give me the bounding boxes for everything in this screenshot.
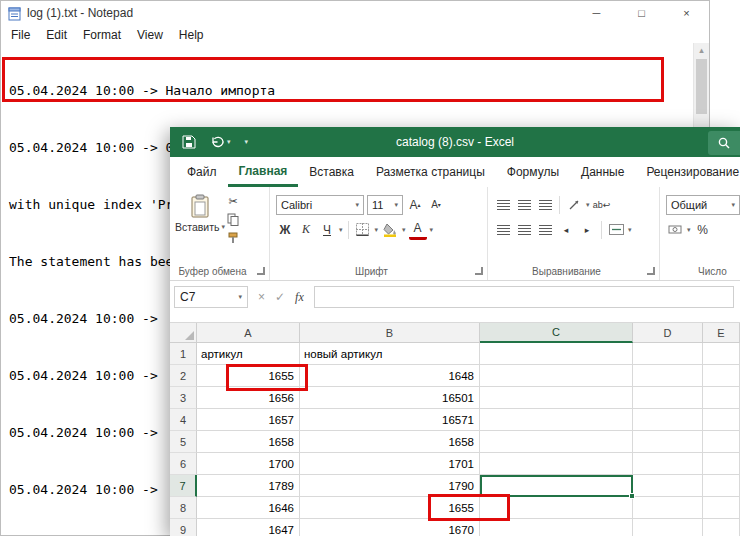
row-header[interactable]: 1	[170, 343, 197, 365]
menu-edit[interactable]: Edit	[38, 26, 75, 44]
align-top-button[interactable]	[494, 195, 512, 215]
cell-a5[interactable]: 1658	[197, 431, 300, 453]
cell-a8[interactable]: 1646	[197, 497, 300, 519]
cell-a4[interactable]: 1657	[197, 409, 300, 431]
cell-d1[interactable]	[633, 343, 703, 365]
fill-color-button[interactable]	[381, 220, 399, 240]
wrap-text-button[interactable]: ab↩	[593, 195, 611, 215]
row-header[interactable]: 5	[170, 431, 197, 453]
column-header-c[interactable]: C	[480, 323, 633, 343]
caret-down-icon[interactable]: ▾	[245, 138, 249, 146]
align-right-button[interactable]	[536, 220, 554, 240]
cell-d8[interactable]	[633, 497, 703, 519]
tab-data[interactable]: Данные	[570, 157, 635, 187]
cell-c3[interactable]	[480, 387, 633, 409]
increase-indent-button[interactable]: ▸	[578, 220, 596, 240]
cell-e2[interactable]	[703, 365, 740, 387]
cell-e4[interactable]	[703, 409, 740, 431]
scrollbar-up-icon[interactable]: ▴	[694, 43, 709, 57]
cell-b6[interactable]: 1701	[300, 453, 480, 475]
menu-file[interactable]: File	[3, 26, 38, 44]
select-all-corner[interactable]	[170, 323, 197, 343]
name-box[interactable]: C7 ▾	[174, 286, 248, 308]
enter-entry-icon[interactable]: ✓	[275, 290, 285, 304]
currency-format-button[interactable]	[666, 220, 684, 240]
align-middle-button[interactable]	[515, 195, 533, 215]
cell-e3[interactable]	[703, 387, 740, 409]
row-header[interactable]: 8	[170, 497, 197, 519]
maximize-button[interactable]: □	[619, 1, 664, 25]
cancel-entry-icon[interactable]: ×	[258, 290, 265, 304]
tab-file[interactable]: Файл	[176, 157, 228, 187]
cell-e7[interactable]	[703, 475, 740, 497]
caret-down-icon[interactable]: ▾	[227, 138, 231, 146]
cell-b1[interactable]: новый артикул	[300, 343, 480, 365]
paste-button[interactable]: Вставить▾	[176, 192, 224, 245]
cell-d6[interactable]	[633, 453, 703, 475]
cell-e1[interactable]	[703, 343, 740, 365]
italic-button[interactable]: К	[297, 220, 315, 240]
cell-d7[interactable]	[633, 475, 703, 497]
percent-format-button[interactable]: %	[694, 220, 712, 240]
tab-formulas[interactable]: Формулы	[496, 157, 570, 187]
close-button[interactable]: ×	[664, 1, 709, 25]
caret-down-icon[interactable]: ▾	[339, 226, 343, 234]
increase-font-button[interactable]: А▴	[406, 195, 424, 215]
merge-center-button[interactable]	[607, 220, 625, 240]
cell-a6[interactable]: 1700	[197, 453, 300, 475]
scrollbar-thumb[interactable]	[696, 59, 707, 114]
qat-customize-icon[interactable]: ▾	[245, 138, 249, 146]
row-header[interactable]: 9	[170, 519, 197, 536]
cell-e5[interactable]	[703, 431, 740, 453]
column-header-e[interactable]: E	[703, 323, 740, 343]
align-left-button[interactable]	[494, 220, 512, 240]
tab-layout[interactable]: Разметка страницы	[365, 157, 496, 187]
cell-b5[interactable]: 1658	[300, 431, 480, 453]
cut-icon[interactable]: ✂	[224, 194, 242, 209]
cell-c4[interactable]	[480, 409, 633, 431]
borders-button[interactable]	[354, 220, 372, 240]
cell-e6[interactable]	[703, 453, 740, 475]
row-header[interactable]: 2	[170, 365, 197, 387]
copy-icon[interactable]	[224, 212, 242, 227]
save-icon[interactable]	[182, 135, 196, 149]
cell-b3[interactable]: 16501	[300, 387, 480, 409]
cell-c5[interactable]	[480, 431, 633, 453]
insert-function-button[interactable]: fx	[295, 290, 304, 305]
row-header[interactable]: 6	[170, 453, 197, 475]
column-header-d[interactable]: D	[633, 323, 703, 343]
cell-a7[interactable]: 1789	[197, 475, 300, 497]
cell-a9[interactable]: 1647	[197, 519, 300, 536]
bold-button[interactable]: Ж	[276, 220, 294, 240]
cell-d2[interactable]	[633, 365, 703, 387]
caret-down-icon[interactable]: ▾	[628, 226, 632, 234]
cell-c2[interactable]	[480, 365, 633, 387]
dialog-launcher-icon[interactable]	[257, 267, 265, 275]
caret-down-icon[interactable]: ▾	[402, 226, 406, 234]
tab-home[interactable]: Главная	[228, 157, 299, 187]
font-color-button[interactable]: А	[409, 220, 427, 240]
caret-down-icon[interactable]: ▾	[687, 226, 691, 234]
minimize-button[interactable]: ─	[574, 1, 619, 25]
cell-d3[interactable]	[633, 387, 703, 409]
menu-format[interactable]: Format	[75, 26, 129, 44]
tab-review[interactable]: Рецензирование	[635, 157, 740, 187]
formula-input[interactable]	[314, 286, 734, 308]
format-painter-icon[interactable]	[224, 230, 242, 245]
fill-handle[interactable]	[629, 493, 635, 499]
tab-insert[interactable]: Вставка	[298, 157, 365, 187]
cell-d5[interactable]	[633, 431, 703, 453]
align-center-button[interactable]	[515, 220, 533, 240]
column-header-a[interactable]: A	[197, 323, 300, 343]
menu-help[interactable]: Help	[171, 26, 212, 44]
cell-b9[interactable]: 1670	[300, 519, 480, 536]
cell-e9[interactable]	[703, 519, 740, 536]
cell-d4[interactable]	[633, 409, 703, 431]
search-button[interactable]	[708, 131, 740, 155]
decrease-indent-button[interactable]: ◂	[557, 220, 575, 240]
cell-a1[interactable]: артикул	[197, 343, 300, 365]
cell-d9[interactable]	[633, 519, 703, 536]
menu-view[interactable]: View	[129, 26, 171, 44]
font-size-select[interactable]: 11 ▾	[367, 195, 403, 215]
cell-e8[interactable]	[703, 497, 740, 519]
